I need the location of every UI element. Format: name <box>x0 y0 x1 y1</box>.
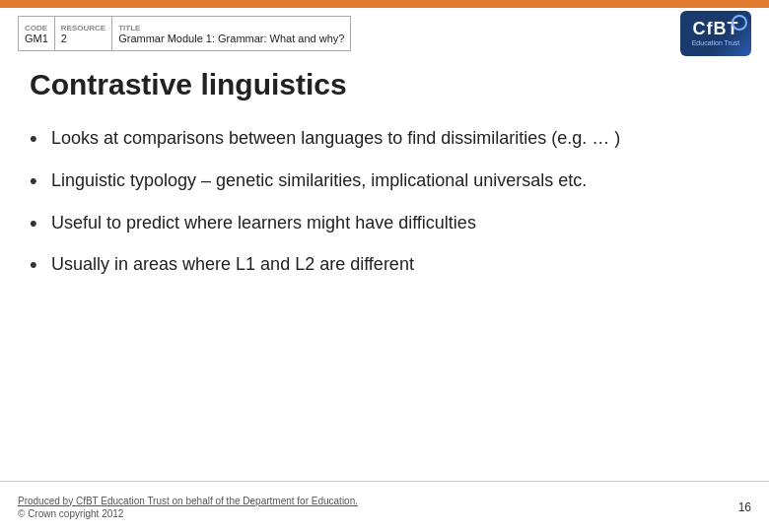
page-number: 16 <box>738 500 751 514</box>
logo-sub: Education Trust <box>692 39 740 47</box>
bullet-text-2: Linguistic typology – genetic similariti… <box>51 168 739 193</box>
bullet-dot-2: • <box>30 166 51 197</box>
code-cell: CODE GM1 <box>19 17 55 50</box>
bullet-text-1: Looks at comparisons between languages t… <box>51 126 739 151</box>
title-cell: TITLE Grammar Module 1: Grammar: What an… <box>112 17 350 50</box>
footer-copyright: © Crown copyright 2012 <box>18 508 358 519</box>
main-content: Contrastive linguistics • Looks at compa… <box>30 67 739 473</box>
resource-value: 2 <box>61 33 105 44</box>
code-value: GM1 <box>25 33 48 44</box>
slide-footer: Produced by CfBT Education Trust on beha… <box>0 481 769 532</box>
footer-left: Produced by CfBT Education Trust on beha… <box>18 496 358 519</box>
bullet-dot-3: • <box>30 209 51 239</box>
logo-area: CfBT Education Trust <box>680 11 751 56</box>
bullet-text-4: Usually in areas where L1 and L2 are dif… <box>51 252 739 277</box>
list-item: • Linguistic typology – genetic similari… <box>30 168 739 197</box>
meta-table: CODE GM1 RESOURCE 2 TITLE Grammar Module… <box>18 16 351 51</box>
code-label: CODE <box>25 24 48 33</box>
list-item: • Useful to predict where learners might… <box>30 211 739 239</box>
top-accent-bar <box>0 0 769 8</box>
slide-title: Contrastive linguistics <box>30 67 739 102</box>
bullet-dot-4: • <box>30 250 51 281</box>
slide-header: CODE GM1 RESOURCE 2 TITLE Grammar Module… <box>0 8 769 59</box>
bullet-dot-1: • <box>30 124 51 155</box>
logo-globe-icon <box>732 15 747 31</box>
list-item: • Looks at comparisons between languages… <box>30 126 739 155</box>
bullet-list: • Looks at comparisons between languages… <box>30 126 739 281</box>
list-item: • Usually in areas where L1 and L2 are d… <box>30 252 739 281</box>
bullet-text-3: Useful to predict where learners might h… <box>51 211 739 235</box>
resource-cell: RESOURCE 2 <box>55 17 112 50</box>
title-label: TITLE <box>118 24 344 33</box>
title-value: Grammar Module 1: Grammar: What and why? <box>118 33 344 44</box>
cfbt-logo: CfBT Education Trust <box>680 11 751 56</box>
footer-link[interactable]: Produced by CfBT Education Trust on beha… <box>18 496 358 506</box>
resource-label: RESOURCE <box>61 24 105 33</box>
